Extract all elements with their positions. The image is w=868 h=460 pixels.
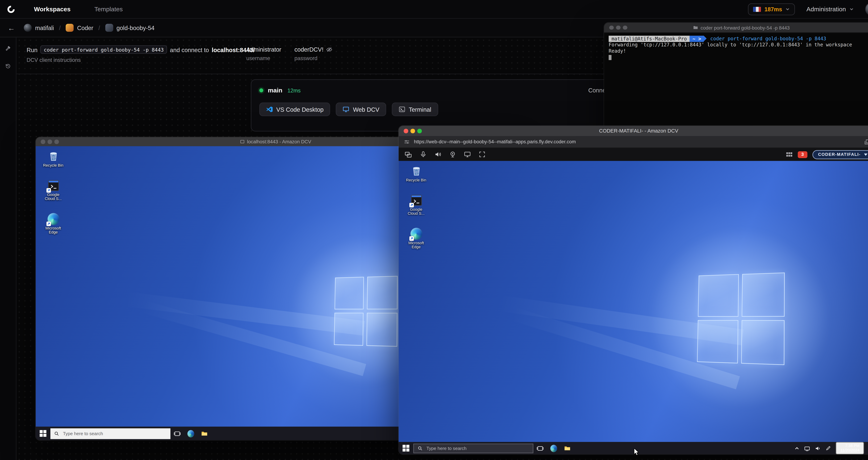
breadcrumb-owner[interactable]: matifali [24,24,54,32]
search-input[interactable] [425,445,529,451]
task-view-button[interactable] [170,427,184,440]
webcam-button[interactable] [449,151,456,158]
fullscreen-button[interactable] [478,151,486,158]
dcv-web-titlebar[interactable]: CODER-MATIFALI- - Amazon DCV [399,126,868,136]
chevron-up-icon [795,445,800,451]
file-explorer-button[interactable] [561,442,574,455]
terminal-label: Terminal [409,106,431,113]
start-button[interactable] [399,442,413,455]
administration-menu[interactable]: Administration [803,5,857,13]
speaker-button[interactable] [434,151,442,158]
web-dcv-label: Web DCV [353,106,379,113]
nav-workspaces[interactable]: Workspaces [31,5,74,13]
session-name: CODER-MATIFALI- [818,152,861,157]
network-tray-button[interactable] [804,445,810,451]
url-text[interactable]: https://web-dcv--main--gold-booby-54--ma… [414,139,576,145]
desktop-icon-recycle-bin[interactable]: Recycle Bin [39,150,67,168]
desktop-icon-microsoft-edge[interactable]: MicrosoftEdge [402,228,430,249]
owner-avatar [24,24,32,32]
windows-taskbar: 7:38 PM 11/20/2024 [399,442,868,455]
windows-overlap-icon [404,150,412,159]
chevron-down-icon [849,7,854,11]
workspace-icon [105,24,113,32]
port-forward-command[interactable]: coder port-forward gold-booby-54 -p 8443 [40,45,167,54]
agent-status-dot [259,88,264,92]
desktop-icons: Recycle Bin GoogleCloud S... [39,150,67,234]
traffic-lights[interactable] [609,25,627,30]
monitor-icon [343,106,350,113]
build-log-button[interactable] [2,42,14,54]
edge-icon [47,213,59,225]
shortcut-arrow-badge [46,222,51,226]
display-icon [464,151,471,158]
password-value: coderDCV! [294,46,323,53]
top-navbar: Workspaces Templates 187ms Administratio… [0,0,868,19]
pen-tray-button[interactable] [826,445,832,451]
open-external-icon [864,139,868,145]
search-input[interactable] [62,430,166,436]
tray-expand-button[interactable] [795,445,800,451]
terminal-output-line: Ready! [609,48,868,54]
terminal-content[interactable]: matifali@Atifs-MacBook-Pro~ >coder port-… [604,33,868,63]
vscode-label: VS Code Desktop [276,106,323,113]
dcv-client-instructions-link[interactable]: DCV client instructions [27,57,255,63]
breadcrumb-separator: / [98,24,100,31]
vscode-desktop-button[interactable]: VS Code Desktop [259,103,330,116]
dcv-toolbar-right: 3 CODER-MATIFALI- [786,150,868,159]
taskbar-search[interactable] [50,428,170,439]
owner-name: matifali [35,24,54,31]
workspace-name: gold-booby-54 [117,24,155,31]
breadcrumb-separator: / [59,24,61,31]
terminal-prompt-line: matifali@Atifs-MacBook-Pro~ >coder port-… [609,36,868,42]
desktop-icon-google-cloud-sdk[interactable]: GoogleCloud S... [402,194,430,216]
windows-desktop[interactable]: Recycle Bin GoogleCloud S... [399,161,868,442]
folder-icon [693,25,698,30]
terminal-icon [399,106,405,113]
taskbar-search[interactable] [413,443,533,453]
web-dcv-button[interactable]: Web DCV [336,103,386,116]
volume-tray-button[interactable] [815,445,821,451]
screen: Workspaces Templates 187ms Administratio… [0,0,868,460]
taskbar-clock[interactable]: 7:38 PM 11/20/2024 [836,442,864,454]
traffic-lights[interactable] [404,129,422,133]
session-name-dropdown[interactable]: CODER-MATIFALI- [812,150,868,159]
terminal-titlebar[interactable]: coder port-forward gold-booby-54 -p 8443 [604,23,868,33]
microphone-icon [420,151,427,158]
coder-logo-icon[interactable] [6,4,16,14]
terminal-button[interactable]: Terminal [392,103,438,116]
agent-card: main 12ms Connect via SSH VS Code Deskto… [251,79,653,132]
edge-icon [187,430,194,437]
edge-taskbar-button[interactable] [547,442,561,455]
desktop-icon-recycle-bin[interactable]: Recycle Bin [402,165,430,182]
start-button[interactable] [36,427,50,440]
site-settings-icon[interactable] [404,139,410,145]
region-flag-icon [753,7,761,12]
microphone-button[interactable] [420,151,427,158]
user-avatar[interactable] [865,2,868,16]
display-settings-button[interactable] [464,151,471,158]
back-button[interactable]: ← [6,22,17,33]
traffic-lights[interactable] [41,140,59,144]
nav-templates[interactable]: Templates [91,5,126,13]
task-view-button[interactable] [533,442,547,455]
desktop-icon-microsoft-edge[interactable]: MicrosoftEdge [39,213,67,235]
breadcrumb-workspace[interactable]: gold-booby-54 [105,24,155,32]
open-in-browser-button[interactable] [861,138,868,145]
breadcrumb-items: matifali / Coder / gold-booby-54 [24,24,155,32]
history-icon [5,62,11,69]
notification-badge[interactable]: 3 [798,151,807,158]
file-explorer-button[interactable] [197,427,211,440]
desktop-icon-google-cloud-sdk[interactable]: GoogleCloud S... [39,179,67,201]
session-windows-button[interactable] [404,150,412,159]
template-icon [66,24,74,32]
task-view-icon [174,430,181,437]
latency-dropdown[interactable]: 187ms [748,3,795,15]
agent-latency: 12ms [287,87,301,93]
workspace-history-button[interactable] [2,59,14,72]
eye-off-icon[interactable] [327,46,333,53]
edge-taskbar-button[interactable] [184,427,197,440]
edge-icon [410,228,422,239]
navbar-right: 187ms Administration [748,2,868,16]
breadcrumb-template[interactable]: Coder [66,24,93,32]
apps-grid-button[interactable] [786,151,793,158]
